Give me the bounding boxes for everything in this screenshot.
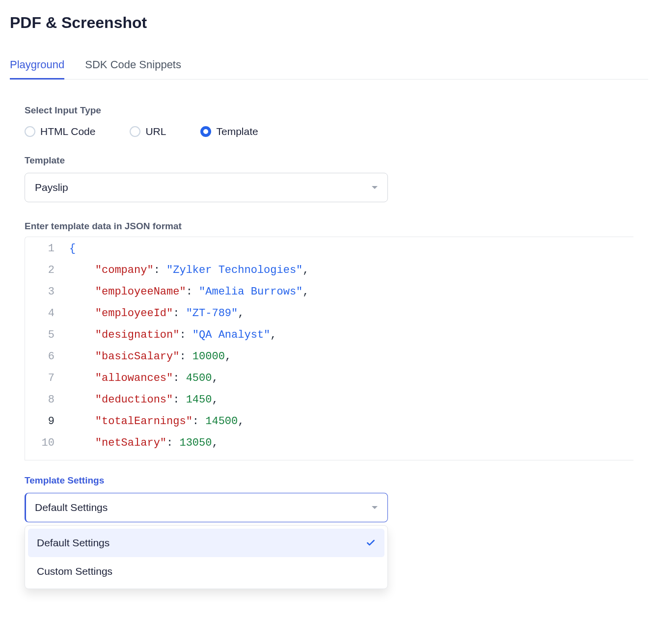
- tab-sdk-code-snippets[interactable]: SDK Code Snippets: [85, 52, 181, 80]
- json-editor-label: Enter template data in JSON format: [25, 221, 633, 232]
- template-settings-select-value: Default Settings: [35, 502, 108, 513]
- input-type-label: Select Input Type: [25, 105, 633, 116]
- line-number: 7: [25, 368, 55, 389]
- json-code-editor[interactable]: 1 2 3 4 5 6 7 8 9 10 { "company": "Zylke…: [25, 237, 633, 460]
- line-number: 1: [25, 238, 55, 260]
- radio-label: Template: [216, 126, 258, 137]
- code-content: { "company": "Zylker Technologies", "emp…: [69, 237, 633, 460]
- playground-panel: Select Input Type HTML Code URL Template…: [10, 93, 648, 537]
- line-number: 2: [25, 260, 55, 281]
- page-title: PDF & Screenshot: [10, 14, 648, 32]
- line-number: 5: [25, 324, 55, 346]
- radio-label: HTML Code: [40, 126, 95, 137]
- template-settings-select[interactable]: Default Settings: [25, 493, 388, 522]
- dropdown-option-custom-settings[interactable]: Custom Settings: [28, 557, 384, 586]
- line-number: 4: [25, 303, 55, 324]
- line-number: 6: [25, 346, 55, 368]
- radio-label: URL: [145, 126, 166, 137]
- dropdown-option-default-settings[interactable]: Default Settings: [28, 529, 384, 557]
- tabs: Playground SDK Code Snippets: [10, 52, 648, 80]
- chevron-down-icon: [372, 186, 378, 189]
- chevron-down-icon: [372, 506, 378, 509]
- tab-playground[interactable]: Playground: [10, 52, 64, 80]
- line-number: 8: [25, 389, 55, 411]
- radio-url[interactable]: URL: [130, 126, 166, 137]
- radio-circle-icon: [25, 126, 35, 137]
- template-select[interactable]: Payslip: [25, 173, 388, 202]
- line-number: 3: [25, 281, 55, 303]
- radio-html-code[interactable]: HTML Code: [25, 126, 95, 137]
- radio-template[interactable]: Template: [200, 126, 258, 137]
- line-number: 9: [25, 411, 55, 432]
- line-number: 10: [25, 432, 55, 454]
- template-settings-label: Template Settings: [25, 475, 633, 486]
- input-type-radio-group: HTML Code URL Template: [25, 126, 633, 137]
- radio-circle-icon: [130, 126, 140, 137]
- template-settings-dropdown: Default Settings Custom Settings: [25, 525, 388, 589]
- dropdown-option-label: Custom Settings: [37, 565, 112, 577]
- check-icon: [366, 538, 376, 548]
- template-select-value: Payslip: [35, 182, 68, 193]
- code-gutter: 1 2 3 4 5 6 7 8 9 10: [25, 237, 69, 460]
- radio-circle-selected-icon: [200, 126, 211, 137]
- template-label: Template: [25, 155, 633, 166]
- dropdown-option-label: Default Settings: [37, 537, 110, 549]
